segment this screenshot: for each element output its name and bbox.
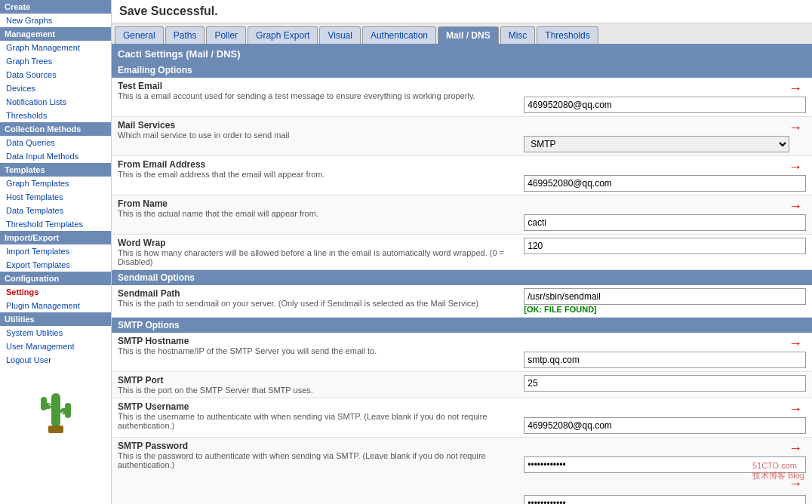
tab-mail-dns[interactable]: Mail / DNS: [438, 26, 499, 44]
success-banner: Save Successful.: [112, 0, 812, 23]
field-desc: This is a email account used for sending…: [118, 91, 512, 100]
sidebar-section-create: Create: [0, 0, 111, 14]
table-row: SMTP HostnameThis is the hostname/IP of …: [112, 333, 812, 372]
sidebar-item-graph-templates[interactable]: Graph Templates: [0, 177, 111, 190]
field-input-smtp-username[interactable]: [524, 417, 806, 434]
field-input-smtp-hostname[interactable]: [524, 352, 806, 368]
sidebar-item-plugin-management[interactable]: Plugin Management: [0, 299, 111, 312]
section-header-sendmail-options: Sendmail Options: [112, 270, 812, 285]
smtp-password-field[interactable]: [524, 456, 806, 473]
table-row: SMTP PasswordThis is the password to aut…: [112, 438, 812, 505]
sidebar-item-settings[interactable]: Settings: [0, 285, 111, 299]
file-found-status: [OK: FILE FOUND]: [524, 305, 806, 314]
sendmail-path-input[interactable]: [524, 288, 806, 305]
field-label: Test Email: [118, 81, 512, 91]
tab-authentication[interactable]: Authentication: [362, 26, 436, 44]
sidebar-item-new-graphs[interactable]: New Graphs: [0, 14, 111, 27]
section-header-smtp-options: SMTP Options: [112, 318, 812, 333]
field-desc: This is the actual name that the email w…: [118, 209, 512, 218]
sidebar-item-data-input-methods[interactable]: Data Input Methods: [0, 149, 111, 163]
sidebar-item-import-templates[interactable]: Import Templates: [0, 244, 111, 258]
arrow-icon: →: [524, 159, 802, 175]
table-row: Test EmailThis is a email account used f…: [112, 78, 812, 117]
sidebar-section-configuration: Configuration: [0, 272, 111, 285]
page-title-bar: Cacti Settings (Mail / DNS): [112, 45, 812, 63]
arrow-icon: →: [524, 198, 802, 214]
arrow-icon: →: [524, 81, 802, 97]
sidebar-item-thresholds[interactable]: Thresholds: [0, 109, 111, 122]
arrow-icon: →: [524, 336, 802, 352]
field-label: From Email Address: [118, 159, 512, 170]
field-desc: This is the port on the SMTP Server that…: [118, 386, 512, 395]
table-row: SMTP PortThis is the port on the SMTP Se…: [112, 372, 812, 398]
field-desc: This is the password to authenticate wit…: [118, 451, 512, 469]
svg-rect-2: [41, 397, 47, 410]
table-row: Mail ServicesWhich mail service to use i…: [112, 117, 812, 156]
sidebar-section-collection-methods: Collection Methods: [0, 122, 111, 136]
tabs-bar: GeneralPathsPollerGraph ExportVisualAuth…: [112, 23, 812, 45]
svg-line-6: [48, 395, 51, 398]
tab-misc[interactable]: Misc: [500, 26, 536, 44]
table-row: Word WrapThis is how many characters wil…: [112, 235, 812, 270]
settings-table-2: SMTP HostnameThis is the hostname/IP of …: [112, 333, 812, 504]
table-row: From NameThis is the actual name that th…: [112, 195, 812, 235]
sidebar-item-graph-trees[interactable]: Graph Trees: [0, 54, 111, 68]
field-label: SMTP Port: [118, 375, 512, 386]
arrow-icon: →: [524, 401, 802, 417]
field-label: Word Wrap: [118, 238, 512, 248]
svg-rect-4: [65, 403, 71, 418]
field-label: Mail Services: [118, 120, 512, 131]
cactus-logo: [0, 374, 111, 442]
sidebar-item-threshold-templates[interactable]: Threshold Templates: [0, 217, 111, 231]
sidebar-item-graph-management[interactable]: Graph Management: [0, 41, 111, 54]
tab-paths[interactable]: Paths: [165, 26, 205, 44]
sidebar-section-templates: Templates: [0, 163, 111, 177]
field-label-smtp-password: SMTP Password: [118, 441, 512, 451]
field-input-word-wrap[interactable]: [524, 238, 806, 254]
table-row: SMTP UsernameThis is the username to aut…: [112, 398, 812, 438]
field-desc: This is the path to sendmail on your ser…: [118, 299, 512, 308]
sidebar-item-system-utilities[interactable]: System Utilities: [0, 326, 111, 340]
sidebar-item-user-management[interactable]: User Management: [0, 340, 111, 353]
arrow-icon: →: [524, 120, 802, 136]
settings-table-0: Test EmailThis is a email account used f…: [112, 78, 812, 270]
sidebar-item-data-queries[interactable]: Data Queries: [0, 136, 111, 149]
smtp-password-confirm-field[interactable]: [524, 495, 806, 504]
field-desc: This is the username to authenticate wit…: [118, 412, 512, 430]
sidebar-item-export-templates[interactable]: Export Templates: [0, 258, 111, 272]
sidebar-item-host-templates[interactable]: Host Templates: [0, 190, 111, 204]
sidebar-item-devices[interactable]: Devices: [0, 81, 111, 95]
mail-service-select[interactable]: SMTPSendmail: [524, 136, 789, 152]
field-input-smtp-port[interactable]: [524, 375, 806, 392]
field-desc: Which mail service to use in order to se…: [118, 131, 512, 140]
tab-poller[interactable]: Poller: [206, 26, 246, 44]
field-label: SMTP Username: [118, 401, 512, 412]
sidebar-item-data-templates[interactable]: Data Templates: [0, 204, 111, 217]
field-desc: This is the hostname/IP of the SMTP Serv…: [118, 346, 512, 355]
arrow-icon: →: [524, 476, 802, 492]
settings-table-1: Sendmail PathThis is the path to sendmai…: [112, 285, 812, 318]
svg-rect-5: [48, 426, 63, 433]
sidebar: CreateNew GraphsManagementGraph Manageme…: [0, 0, 112, 504]
field-label: SMTP Hostname: [118, 336, 512, 346]
field-desc: This is how many characters will be allo…: [118, 248, 512, 266]
tab-graph-export[interactable]: Graph Export: [248, 26, 318, 44]
svg-rect-0: [51, 393, 60, 427]
table-row: From Email AddressThis is the email addr…: [112, 156, 812, 195]
sidebar-item-notification-lists[interactable]: Notification Lists: [0, 95, 111, 109]
field-label: From Name: [118, 198, 512, 209]
arrow-icon: →: [524, 441, 802, 456]
tab-visual[interactable]: Visual: [319, 26, 360, 44]
section-header-emailing-options: Emailing Options: [112, 63, 812, 78]
tab-thresholds[interactable]: Thresholds: [537, 26, 598, 44]
sidebar-section-management: Management: [0, 27, 111, 41]
sidebar-section-import/export: Import/Export: [0, 231, 111, 244]
field-desc: This is the email address that the email…: [118, 170, 512, 179]
field-input-from-email-address[interactable]: [524, 175, 806, 192]
sidebar-section-utilities: Utilities: [0, 312, 111, 326]
tab-general[interactable]: General: [115, 26, 164, 44]
sidebar-item-logout-user[interactable]: Logout User: [0, 353, 111, 367]
sidebar-item-data-sources[interactable]: Data Sources: [0, 68, 111, 81]
field-input-from-name[interactable]: [524, 214, 806, 231]
field-input-test-email[interactable]: [524, 97, 806, 113]
